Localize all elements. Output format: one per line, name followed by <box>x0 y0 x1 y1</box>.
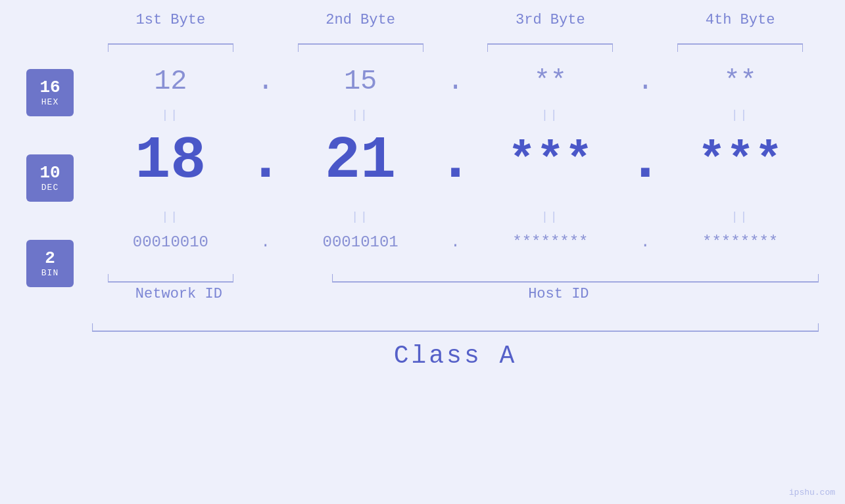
bin-byte-2: 00010101 <box>282 233 439 251</box>
dec-byte-4: *** <box>662 137 819 185</box>
top-brackets-row <box>92 43 819 53</box>
page-container: 1st Byte 2nd Byte 3rd Byte 4th Byte <box>0 0 845 504</box>
hex-dot-3: . <box>629 66 662 97</box>
bin-badge: 2 BIN <box>26 240 74 287</box>
host-id-label: Host ID <box>299 286 819 302</box>
bot-bracket-network <box>92 273 249 285</box>
eq1-byte-2: || <box>282 108 439 122</box>
class-bracket <box>92 322 819 334</box>
eq1-byte-1: || <box>92 108 249 122</box>
network-id-label: Network ID <box>92 286 266 302</box>
hex-dot-2: . <box>439 66 472 97</box>
class-label: Class A <box>394 342 518 370</box>
top-bracket-1 <box>92 43 249 53</box>
bin-byte-1: 00010010 <box>92 233 249 251</box>
dec-row: 18 . 21 . *** . *** <box>92 131 819 191</box>
hex-byte-2: 15 <box>282 66 439 97</box>
hex-byte-4: ** <box>662 66 819 97</box>
top-bracket-4 <box>662 43 819 53</box>
bin-dot-3: . <box>629 233 662 251</box>
top-bracket-3 <box>472 43 629 53</box>
byte-header-3: 3rd Byte <box>472 12 629 28</box>
hex-badge: 16 HEX <box>26 69 74 116</box>
eq2-byte-3: || <box>472 210 629 223</box>
bin-dot-2: . <box>439 233 472 251</box>
dec-dot-3: . <box>629 131 662 191</box>
byte-headers-row: 1st Byte 2nd Byte 3rd Byte 4th Byte <box>92 12 819 28</box>
equals-row-2: || || || || <box>92 210 819 223</box>
dec-byte-2: 21 <box>282 131 439 191</box>
bin-byte-4: ******** <box>662 233 819 251</box>
bin-row: 00010010 . 00010101 . ******** . *******… <box>92 233 819 251</box>
hex-byte-1: 12 <box>92 66 249 97</box>
bin-byte-3: ******** <box>472 233 629 251</box>
eq2-byte-4: || <box>662 210 819 223</box>
byte-header-1: 1st Byte <box>92 12 249 28</box>
byte-header-2: 2nd Byte <box>282 12 439 28</box>
dec-byte-1: 18 <box>92 131 249 191</box>
eq1-byte-4: || <box>662 108 819 122</box>
eq2-byte-1: || <box>92 210 249 223</box>
dec-byte-3: *** <box>472 137 629 185</box>
hex-byte-3: ** <box>472 66 629 97</box>
equals-row-1: || || || || <box>92 108 819 122</box>
dec-badge: 10 DEC <box>26 154 74 202</box>
eq2-byte-2: || <box>282 210 439 223</box>
bin-dot-1: . <box>249 233 282 251</box>
host-bracket <box>332 273 819 285</box>
hex-row: 12 . 15 . ** . ** <box>92 66 819 97</box>
hex-dot-1: . <box>249 66 282 97</box>
dec-dot-1: . <box>249 131 282 191</box>
id-labels-row: Network ID Host ID <box>92 286 819 302</box>
dec-dot-2: . <box>439 131 472 191</box>
watermark: ipshu.com <box>789 488 835 497</box>
eq1-byte-3: || <box>472 108 629 122</box>
byte-header-4: 4th Byte <box>662 12 819 28</box>
class-label-row: Class A <box>92 342 819 370</box>
top-bracket-2 <box>282 43 439 53</box>
